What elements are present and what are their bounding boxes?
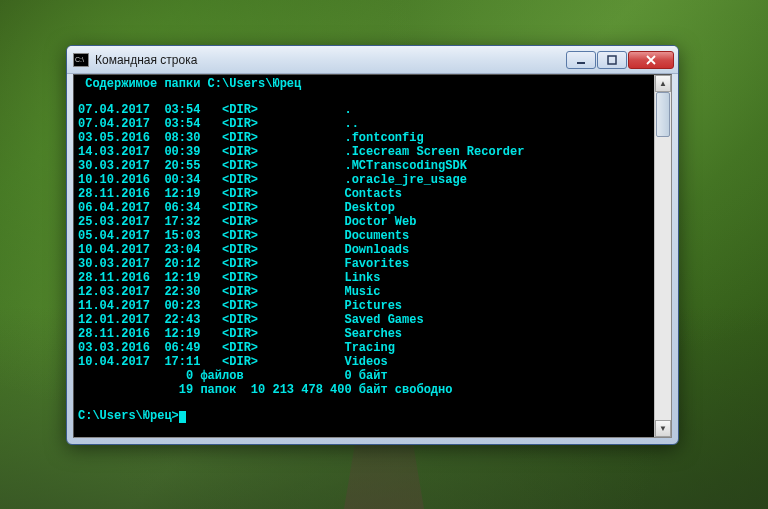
prompt[interactable]: C:\Users\Юрец> (78, 409, 650, 423)
dir-entry: 10.04.2017 23:04 <DIR> Downloads (78, 243, 650, 257)
dir-entry: 30.03.2017 20:55 <DIR> .MCTranscodingSDK (78, 159, 650, 173)
console-output[interactable]: Содержимое папки C:\Users\Юрец07.04.2017… (74, 75, 654, 437)
close-button[interactable] (628, 51, 674, 69)
dir-entry: 07.04.2017 03:54 <DIR> .. (78, 117, 650, 131)
svg-rect-0 (577, 62, 585, 64)
summary-files: 0 файлов 0 байт (78, 369, 650, 383)
dir-entry: 12.01.2017 22:43 <DIR> Saved Games (78, 313, 650, 327)
dir-entry: 28.11.2016 12:19 <DIR> Searches (78, 327, 650, 341)
maximize-button[interactable] (597, 51, 627, 69)
vertical-scrollbar[interactable]: ▲ ▼ (654, 75, 671, 437)
dir-entry: 30.03.2017 20:12 <DIR> Favorites (78, 257, 650, 271)
cursor (179, 411, 186, 423)
dir-entry: 03.03.2016 06:49 <DIR> Tracing (78, 341, 650, 355)
dir-header: Содержимое папки C:\Users\Юрец (78, 77, 650, 91)
scroll-thumb[interactable] (656, 92, 670, 137)
dir-entry: 10.10.2016 00:34 <DIR> .oracle_jre_usage (78, 173, 650, 187)
close-icon (645, 55, 657, 65)
dir-entry: 12.03.2017 22:30 <DIR> Music (78, 285, 650, 299)
dir-entry: 06.04.2017 06:34 <DIR> Desktop (78, 201, 650, 215)
window-controls (566, 51, 674, 69)
scroll-down-button[interactable]: ▼ (655, 420, 671, 437)
cmd-icon: C:\ (73, 53, 89, 67)
dir-entry: 25.03.2017 17:32 <DIR> Doctor Web (78, 215, 650, 229)
minimize-icon (576, 55, 586, 65)
dir-entry: 11.04.2017 00:23 <DIR> Pictures (78, 299, 650, 313)
dir-entry: 07.04.2017 03:54 <DIR> . (78, 103, 650, 117)
console-container: Содержимое папки C:\Users\Юрец07.04.2017… (73, 74, 672, 438)
dir-entry: 28.11.2016 12:19 <DIR> Links (78, 271, 650, 285)
scroll-up-button[interactable]: ▲ (655, 75, 671, 92)
dir-entry: 28.11.2016 12:19 <DIR> Contacts (78, 187, 650, 201)
titlebar[interactable]: C:\ Командная строка (67, 46, 678, 74)
minimize-button[interactable] (566, 51, 596, 69)
cmd-window: C:\ Командная строка Содержимое папки C:… (66, 45, 679, 445)
dir-entry: 03.05.2016 08:30 <DIR> .fontconfig (78, 131, 650, 145)
summary-dirs: 19 папок 10 213 478 400 байт свободно (78, 383, 650, 397)
maximize-icon (607, 55, 617, 65)
dir-entry: 05.04.2017 15:03 <DIR> Documents (78, 229, 650, 243)
svg-rect-1 (608, 56, 616, 64)
dir-entry: 14.03.2017 00:39 <DIR> .Icecream Screen … (78, 145, 650, 159)
scroll-track[interactable] (655, 92, 671, 420)
dir-entry: 10.04.2017 17:11 <DIR> Videos (78, 355, 650, 369)
window-title: Командная строка (95, 53, 566, 67)
